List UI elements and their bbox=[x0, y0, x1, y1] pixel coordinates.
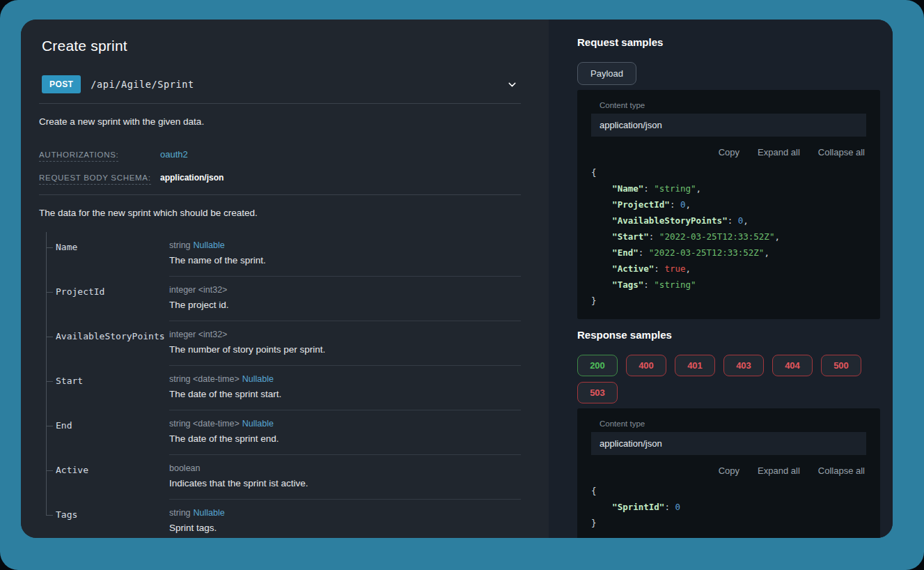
field-description: The number of story points per sprint. bbox=[169, 344, 521, 355]
copy-button[interactable]: Copy bbox=[719, 147, 739, 157]
collapse-all-button[interactable]: Collapse all bbox=[818, 465, 865, 476]
copy-button[interactable]: Copy bbox=[719, 465, 739, 476]
field-details: integer <int32> The number of story poin… bbox=[169, 330, 521, 366]
endpoint-path: /api/Agile/Sprint bbox=[91, 79, 496, 90]
code-token: "Start" bbox=[612, 231, 649, 242]
response-code: { "SprintId": 0} bbox=[591, 483, 866, 531]
code-token: : bbox=[643, 279, 654, 290]
field-type-line: integer <int32> bbox=[169, 285, 521, 295]
field-details: string <date-time>Nullable The date of t… bbox=[169, 374, 521, 410]
content-type-select[interactable]: application/json bbox=[591, 114, 866, 137]
code-token: : bbox=[654, 263, 664, 274]
code-token: "Tags" bbox=[612, 279, 643, 290]
schema-field-row: End string <date-time>Nullable The date … bbox=[46, 410, 521, 455]
response-code-tab[interactable]: 200 bbox=[577, 355, 618, 376]
field-nullable: Nullable bbox=[242, 419, 274, 429]
code-token: : bbox=[643, 183, 654, 194]
field-description: The name of the sprint. bbox=[169, 255, 521, 265]
field-type: string bbox=[169, 240, 191, 250]
response-samples-heading: Response samples bbox=[577, 329, 880, 341]
code-line: "End": "2022-03-25T12:33:52Z", bbox=[591, 245, 866, 261]
field-details: stringNullable Sprint tags. bbox=[169, 508, 521, 538]
request-samples-heading: Request samples bbox=[577, 36, 880, 48]
schema-field-row: ProjectId integer <int32> The project id… bbox=[46, 277, 521, 321]
code-line: "Name": "string", bbox=[591, 180, 866, 197]
expand-all-button[interactable]: Expand all bbox=[758, 465, 800, 476]
field-description: The date of the sprint start. bbox=[169, 389, 521, 399]
schema-field-row: Active boolean Indicates that the sprint… bbox=[46, 455, 521, 500]
code-token: , bbox=[743, 215, 749, 226]
code-line: "Active": true, bbox=[591, 261, 866, 277]
request-body-schema-label-text: REQUEST BODY SCHEMA: bbox=[39, 174, 151, 185]
code-line: } bbox=[591, 293, 866, 309]
content-type-label: Content type bbox=[591, 419, 866, 428]
code-token: "string" bbox=[654, 183, 696, 194]
code-token bbox=[591, 263, 612, 274]
collapse-all-button[interactable]: Collapse all bbox=[818, 147, 865, 157]
response-code-tab[interactable]: 403 bbox=[723, 355, 764, 376]
endpoint-row[interactable]: POST /api/Agile/Sprint bbox=[39, 75, 521, 104]
code-token bbox=[591, 183, 612, 194]
field-type: integer <int32> bbox=[169, 285, 227, 295]
code-token bbox=[591, 247, 612, 258]
request-code: { "Name": "string", "ProjectId": 0, "Ava… bbox=[591, 164, 866, 309]
field-name: Start bbox=[56, 374, 169, 410]
code-line: { bbox=[591, 483, 866, 499]
schema-field-row: Name stringNullable The name of the spri… bbox=[46, 232, 521, 277]
response-code-tab[interactable]: 404 bbox=[772, 355, 813, 376]
field-details: boolean Indicates that the sprint ist ac… bbox=[169, 463, 521, 500]
code-token: "End" bbox=[612, 247, 639, 258]
code-token bbox=[591, 215, 612, 226]
code-line: "Tags": "string" bbox=[591, 277, 866, 293]
code-token bbox=[591, 279, 612, 290]
code-line: "AvailableStoryPoints": 0, bbox=[591, 213, 866, 229]
schema-field-row: Start string <date-time>Nullable The dat… bbox=[46, 366, 521, 410]
field-nullable: Nullable bbox=[194, 508, 225, 518]
code-token: "2022-03-25T12:33:52Z" bbox=[649, 247, 765, 258]
response-code-tab[interactable]: 503 bbox=[577, 382, 618, 403]
oauth2-link[interactable]: oauth2 bbox=[160, 149, 188, 160]
http-method-badge: POST bbox=[42, 75, 81, 93]
field-type-line: stringNullable bbox=[169, 240, 521, 250]
field-name: Name bbox=[56, 240, 169, 277]
code-line: "Start": "2022-03-25T12:33:52Z", bbox=[591, 229, 866, 245]
code-line: { bbox=[591, 164, 866, 180]
expand-all-button[interactable]: Expand all bbox=[758, 147, 800, 157]
code-line: "SprintId": 0 bbox=[591, 499, 866, 515]
chevron-down-icon[interactable] bbox=[506, 79, 521, 91]
authorizations-row: AUTHORIZATIONS: oauth2 bbox=[39, 148, 521, 160]
response-code-tab[interactable]: 400 bbox=[626, 355, 666, 376]
code-token bbox=[591, 231, 612, 242]
request-body-content-type: application/json bbox=[160, 173, 224, 183]
code-token: : bbox=[728, 215, 738, 226]
response-code-tab[interactable]: 500 bbox=[821, 355, 861, 376]
authorizations-label-text: AUTHORIZATIONS: bbox=[39, 151, 118, 162]
code-token: "Active" bbox=[612, 263, 654, 274]
field-type: string <date-time> bbox=[169, 374, 240, 384]
code-token: "2022-03-25T12:33:52Z" bbox=[659, 231, 775, 242]
response-sample-panel: Content type application/json Copy Expan… bbox=[577, 408, 880, 538]
code-line: } bbox=[591, 515, 866, 531]
field-type-line: stringNullable bbox=[169, 508, 521, 518]
field-name: AvailableStoryPoints bbox=[56, 330, 169, 366]
field-name: Active bbox=[56, 463, 169, 500]
schema-field-row: AvailableStoryPoints integer <int32> The… bbox=[46, 321, 521, 366]
field-details: stringNullable The name of the sprint. bbox=[169, 240, 521, 277]
field-type-line: string <date-time>Nullable bbox=[169, 374, 521, 384]
code-actions: Copy Expand all Collapse all bbox=[593, 465, 865, 476]
response-code-tab[interactable]: 401 bbox=[675, 355, 715, 376]
field-type-line: integer <int32> bbox=[169, 330, 521, 339]
schema-field-row: Tags stringNullable Sprint tags. bbox=[46, 500, 521, 538]
code-token: } bbox=[591, 518, 597, 528]
request-body-schema-label: REQUEST BODY SCHEMA: bbox=[39, 171, 160, 183]
request-body-schema-row: REQUEST BODY SCHEMA: application/json bbox=[39, 171, 521, 183]
code-token: , bbox=[774, 231, 780, 242]
request-sample-panel: Content type application/json Copy Expan… bbox=[577, 90, 880, 319]
code-token bbox=[591, 199, 612, 210]
content-type-label: Content type bbox=[591, 101, 866, 109]
field-description: Sprint tags. bbox=[169, 523, 521, 533]
tab-payload[interactable]: Payload bbox=[577, 62, 636, 85]
code-token: , bbox=[696, 183, 702, 194]
content-type-select[interactable]: application/json bbox=[591, 432, 866, 455]
code-token: true bbox=[664, 263, 685, 274]
